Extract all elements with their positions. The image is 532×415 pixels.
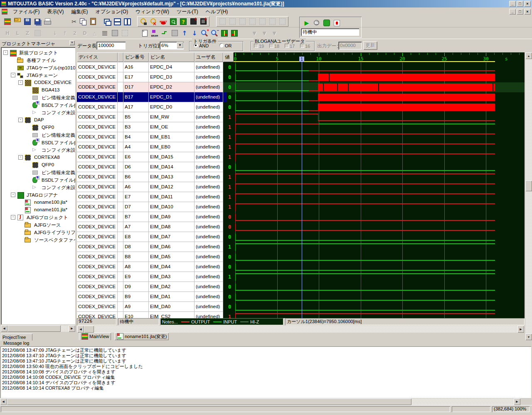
trigger-or-radio[interactable]: OR [219, 43, 232, 48]
column-header-value[interactable]: 値 [223, 52, 234, 62]
tree-item-CODEX_DEVICE[interactable]: -CODEX_DEVICE [1, 79, 75, 86]
table-row-EIM_DA3-blank[interactable] [118, 272, 123, 282]
table-row-EIM_RW-name[interactable]: EIM_RW [149, 112, 195, 122]
tree-expander-icon[interactable]: - [18, 118, 23, 122]
tree-item-BGA413[interactable]: BGA413 [1, 86, 75, 94]
table-row-EPDC_D4-blank[interactable] [118, 62, 123, 72]
scroll-right-icon[interactable]: ▶ [514, 398, 520, 405]
menu-item-4[interactable]: ウィンドウ(W) [132, 7, 173, 16]
menu-item-3[interactable]: オプション(O) [91, 7, 132, 16]
open-file-button[interactable] [12, 17, 22, 27]
logana-on-button[interactable] [322, 18, 332, 28]
table-row-EPDC_D3-name[interactable]: EPDC_D3 [149, 72, 195, 82]
table-row-EIM_DA5-blank[interactable] [118, 252, 123, 262]
tree-item-コンフィグ未設定[interactable]: コンフィグ未設定 [1, 109, 75, 116]
new-waveform-button[interactable] [140, 28, 150, 38]
table-row-EIM_DA6-blank[interactable] [118, 242, 123, 252]
mdi-minimize-button[interactable]: _ [509, 9, 516, 15]
tree-item-CORTEXA8[interactable]: -CORTEXA8 [1, 154, 75, 161]
table-row-EIM_DA11-blank[interactable] [118, 192, 123, 202]
jtag-reset-button[interactable] [158, 17, 168, 27]
color-box-button[interactable] [110, 28, 120, 38]
menu-item-2[interactable]: 編集(E) [67, 7, 91, 16]
mdi-close-button[interactable]: × [524, 9, 531, 15]
table-row-EIM_DA11-user[interactable]: (undefined) [195, 192, 223, 202]
table-row-EPDC_D2-user[interactable]: (undefined) [195, 82, 223, 92]
table-row-EIM_DA12-pin[interactable]: A6 [123, 182, 149, 192]
table-row-EPDC_D3-user[interactable]: (undefined) [195, 72, 223, 82]
tab-MainView[interactable]: MainView [79, 333, 111, 340]
cursor-next-button[interactable] [229, 28, 239, 38]
table-row-EIM_DA8-name[interactable]: EIM_DA8 [149, 222, 195, 232]
jtag-disconnect-button[interactable] [148, 17, 158, 27]
table-row-EIM_DA0-pin[interactable]: A9 [123, 302, 149, 312]
table-row-EIM_DA13-pin[interactable]: B6 [123, 172, 149, 182]
menu-item-5[interactable]: ツール(T) [173, 7, 202, 16]
table-row-EIM_DA6-user[interactable]: (undefined) [195, 242, 223, 252]
tree-expander-icon[interactable]: - [3, 50, 8, 55]
table-row-EPDC_D1-pin[interactable]: B17 [123, 92, 149, 102]
wave-vscrollbar[interactable]: ▲ ▼ [525, 52, 532, 340]
table-row-EIM_DA7-name[interactable]: EIM_DA7 [149, 232, 195, 242]
table-row-EIM_DA15-pin[interactable]: E6 [123, 152, 149, 162]
table-row-EIM_DA5-pin[interactable]: B8 [123, 252, 149, 262]
project-tree[interactable]: -新規プロジェクト各種ファイルJTAGケーブル(np1010)-JTAGチェーン… [1, 47, 75, 324]
wave-hscrollbar[interactable]: ◀▶ [77, 326, 525, 333]
table-row-EPDC_D1-name[interactable]: EPDC_D1 [149, 92, 195, 102]
trigger-and-radio[interactable]: AND [194, 43, 209, 48]
cut-button[interactable] [68, 17, 78, 27]
table-row-EIM_DA13-user[interactable]: (undefined) [195, 172, 223, 182]
restore-button[interactable]: □ [517, 1, 523, 7]
tree-item-ピン情報未定義[interactable]: ピン情報未定義 [1, 94, 75, 101]
table-row-EIM_DA7-pin[interactable]: E8 [123, 232, 149, 242]
table-row-EPDC_D0-device[interactable]: CODEX_DEVICE [77, 102, 118, 112]
table-row-EIM_DA7-device[interactable]: CODEX_DEVICE [77, 232, 118, 242]
table-row-EIM_DA2-pin[interactable]: D9 [123, 282, 149, 292]
table-row-EIM_DA10-name[interactable]: EIM_DA10 [149, 202, 195, 212]
panel-close-icon[interactable]: × [69, 40, 75, 45]
tree-expander-icon[interactable]: - [11, 215, 15, 220]
log-hscroll-thumb[interactable] [7, 398, 411, 405]
table-row-EIM_DA9-pin[interactable]: B7 [123, 212, 149, 222]
tree-expander-icon[interactable]: - [11, 73, 15, 77]
table-row-EPDC_D0-user[interactable]: (undefined) [195, 102, 223, 112]
zoom-out-button[interactable]: − [209, 28, 219, 38]
table-row-EIM_DA0-device[interactable]: CODEX_DEVICE [77, 302, 118, 312]
table-row-EIM_EB1-name[interactable]: EIM_EB1 [149, 132, 195, 142]
tree-item-AJFGプロジェクト[interactable]: -AJFGプロジェクト [1, 214, 75, 221]
table-row-EIM_DA10-pin[interactable]: D7 [123, 202, 149, 212]
table-row-EIM_DA11-pin[interactable]: E7 [123, 192, 149, 202]
column-header-device[interactable]: デバイス [77, 52, 118, 62]
tree-expander-icon[interactable]: - [11, 193, 15, 197]
table-row-EIM_EB0-device[interactable]: CODEX_DEVICE [77, 142, 118, 152]
wave-hscroll-thumb[interactable] [84, 326, 94, 333]
table-row-EIM_OE-name[interactable]: EIM_OE [149, 122, 195, 132]
table-row-EIM_DA6-device[interactable]: CODEX_DEVICE [77, 242, 118, 252]
table-row-EIM_RW-user[interactable]: (undefined) [195, 112, 223, 122]
tree-item-AJFGライブラリファイル[interactable]: AJFGライブラリファイル [1, 229, 75, 236]
scroll-left-icon[interactable]: ◀ [0, 398, 7, 405]
table-row-EPDC_D4-name[interactable]: EPDC_D4 [149, 62, 195, 72]
tree-item-新規プロジェクト[interactable]: -新規プロジェクト [1, 49, 75, 56]
table-row-EIM_DA14-pin[interactable]: D6 [123, 162, 149, 172]
table-row-EIM_DA10-blank[interactable] [118, 202, 123, 212]
message-log[interactable]: 2012/08/08 13:47:09 JTAGチェーンは正常に機能しています2… [0, 346, 531, 398]
table-row-EIM_DA9-blank[interactable] [118, 212, 123, 222]
table-row-EPDC_D3-device[interactable]: CODEX_DEVICE [77, 72, 118, 82]
tree-item-QFP0[interactable]: QFP0 [1, 124, 75, 131]
cursor-prev-button[interactable] [219, 28, 229, 38]
table-row-EIM_DA14-blank[interactable] [118, 162, 123, 172]
table-row-EIM_DA7-blank[interactable] [118, 232, 123, 242]
table-row-EIM_DA15-user[interactable]: (undefined) [195, 152, 223, 162]
scroll-up-button[interactable] [180, 28, 190, 38]
table-row-EPDC_D0-pin[interactable]: A17 [123, 102, 149, 112]
table-row-EPDC_D1-blank[interactable] [118, 92, 123, 102]
table-row-EIM_DA8-device[interactable]: CODEX_DEVICE [77, 222, 118, 232]
table-row-EIM_DA3-name[interactable]: EIM_DA3 [149, 272, 195, 282]
table-row-EIM_DA12-name[interactable]: EIM_DA12 [149, 182, 195, 192]
table-row-EIM_DA5-device[interactable]: CODEX_DEVICE [77, 252, 118, 262]
table-row-EIM_DA12-user[interactable]: (undefined) [195, 182, 223, 192]
table-row-EIM_DA4-device[interactable]: CODEX_DEVICE [77, 262, 118, 272]
table-row-EPDC_D2-name[interactable]: EPDC_D2 [149, 82, 195, 92]
tree-hscrollbar[interactable]: ◀ ▶ [1, 325, 75, 332]
